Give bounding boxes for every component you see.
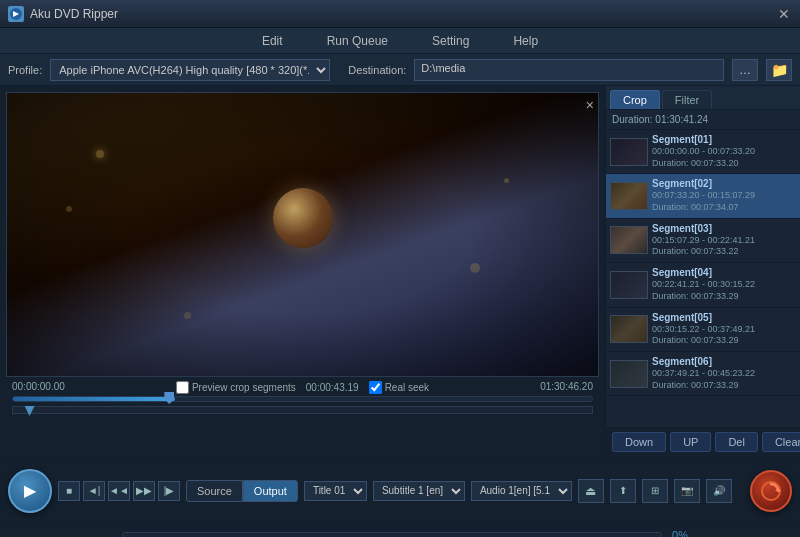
del-button[interactable]: Del <box>715 432 758 452</box>
time-end: 01:30:46.20 <box>540 381 593 394</box>
menu-bar: Edit Run Queue Setting Help <box>0 28 800 54</box>
tab-crop[interactable]: Crop <box>610 90 660 109</box>
duration-label: Duration: 01:30:41.24 <box>606 110 800 130</box>
segment-thumb-5 <box>610 315 648 343</box>
source-output-group: Source Output <box>186 480 298 502</box>
time-row: 00:00:00.00 Preview crop segments 00:00:… <box>12 381 593 394</box>
controls-row: ▶ ■ ◄| ◄◄ ▶▶ |▶ Source Output Title 01 S… <box>0 456 800 524</box>
segment-item-4[interactable]: Segment[04] 00:22:41.21 - 00:30:15.22Dur… <box>606 263 800 307</box>
segments-panel: Crop Filter Duration: 01:30:41.24 Segmen… <box>605 86 800 456</box>
preview-crop-checkbox[interactable]: Preview crop segments <box>176 381 296 394</box>
profile-label: Profile: <box>8 64 42 76</box>
time-start: 00:00:00.00 <box>12 381 65 394</box>
app-icon <box>8 6 24 22</box>
segment-info-5: Segment[05] 00:30:15.22 - 00:37:49.21Dur… <box>652 312 796 347</box>
profile-bar: Profile: Apple iPhone AVC(H264) High qua… <box>0 54 800 86</box>
segment-thumb-6 <box>610 360 648 388</box>
stop-button[interactable]: ■ <box>58 481 80 501</box>
segment-info-2: Segment[02] 00:07:33.20 - 00:15:07.29Dur… <box>652 178 796 213</box>
subtitle-select[interactable]: Subtitle 1 [en] <box>373 481 465 501</box>
segment-times-3: 00:15:07.29 - 00:22:41.21Duration: 00:07… <box>652 235 796 258</box>
source-button[interactable]: Source <box>186 480 243 502</box>
browse-button[interactable]: … <box>732 59 758 81</box>
segment-info-6: Segment[06] 00:37:49.21 - 00:45:23.22Dur… <box>652 356 796 391</box>
tab-filter[interactable]: Filter <box>662 90 712 109</box>
progress-bar-container <box>122 532 662 538</box>
segment-item-3[interactable]: Segment[03] 00:15:07.29 - 00:22:41.21Dur… <box>606 219 800 263</box>
app-title: Aku DVD Ripper <box>30 7 776 21</box>
menu-help[interactable]: Help <box>492 30 559 52</box>
audio-selector: Audio 1[en] [5.1 <box>471 481 572 501</box>
output-button[interactable]: Output <box>243 480 298 502</box>
segment-info-1: Segment[01] 00:00:00.00 - 00:07:33.20Dur… <box>652 134 796 169</box>
segment-thumb-3 <box>610 226 648 254</box>
segment-buttons: Down UP Del Clear <box>606 427 800 456</box>
snapshot-btn[interactable]: ⊞ <box>642 479 668 503</box>
segment-title-2: Segment[02] <box>652 178 796 189</box>
menu-edit[interactable]: Edit <box>241 30 304 52</box>
segments-list: Segment[01] 00:00:00.00 - 00:07:33.20Dur… <box>606 130 800 427</box>
segment-thumb-4 <box>610 271 648 299</box>
video-frame <box>7 93 598 376</box>
progress-text: 0% <box>672 529 688 538</box>
segment-title-5: Segment[05] <box>652 312 796 323</box>
segment-times-4: 00:22:41.21 - 00:30:15.22Duration: 00:07… <box>652 279 796 302</box>
volume-button[interactable]: 🔊 <box>706 479 732 503</box>
bottom-progress: 0% <box>0 524 800 537</box>
realseek-checkbox[interactable]: Real seek <box>369 381 429 394</box>
forward-button[interactable]: ▶▶ <box>133 481 155 501</box>
play-button[interactable]: ▶ <box>8 469 52 513</box>
eject-button[interactable]: ⏏ <box>578 479 604 503</box>
timeline-scrubber[interactable] <box>12 406 593 414</box>
camera-button[interactable]: 📷 <box>674 479 700 503</box>
timeline-progress <box>13 397 175 401</box>
segment-title-4: Segment[04] <box>652 267 796 278</box>
segment-times-5: 00:30:15.22 - 00:37:49.21Duration: 00:07… <box>652 324 796 347</box>
refresh-button[interactable] <box>750 470 792 512</box>
segment-info-3: Segment[03] 00:15:07.29 - 00:22:41.21Dur… <box>652 223 796 258</box>
segment-thumb-2 <box>610 182 648 210</box>
main-content: × 00:00:00.00 <box>0 86 800 456</box>
segment-title-3: Segment[03] <box>652 223 796 234</box>
segment-item-1[interactable]: Segment[01] 00:00:00.00 - 00:07:33.20Dur… <box>606 130 800 174</box>
title-selector: Title 01 <box>304 481 367 501</box>
segment-title-6: Segment[06] <box>652 356 796 367</box>
menu-setting[interactable]: Setting <box>411 30 490 52</box>
segment-times-1: 00:00:00.00 - 00:07:33.20Duration: 00:07… <box>652 146 796 169</box>
segment-thumb-1 <box>610 138 648 166</box>
title-bar: Aku DVD Ripper ✕ <box>0 0 800 28</box>
segment-times-2: 00:07:33.20 - 00:15:07.29Duration: 00:07… <box>652 190 796 213</box>
rewind-button[interactable]: ◄◄ <box>108 481 130 501</box>
up-button[interactable]: UP <box>670 432 711 452</box>
down-button[interactable]: Down <box>612 432 666 452</box>
segment-item-5[interactable]: Segment[05] 00:30:15.22 - 00:37:49.21Dur… <box>606 308 800 352</box>
timeline-handle[interactable] <box>164 392 174 404</box>
transport-controls: ■ ◄| ◄◄ ▶▶ |▶ <box>58 481 180 501</box>
time-mid: 00:00:43.19 <box>306 382 359 393</box>
video-panel: × 00:00:00.00 <box>0 86 605 456</box>
segment-title-1: Segment[01] <box>652 134 796 145</box>
video-container: × <box>6 92 599 377</box>
close-button[interactable]: ✕ <box>776 6 792 22</box>
clear-button[interactable]: Clear <box>762 432 800 452</box>
title-select[interactable]: Title 01 <box>304 481 367 501</box>
prev-button[interactable]: ◄| <box>83 481 105 501</box>
segment-item-2[interactable]: Segment[02] 00:07:33.20 - 00:15:07.29Dur… <box>606 174 800 218</box>
segment-times-6: 00:37:49.21 - 00:45:23.22Duration: 00:07… <box>652 368 796 391</box>
profile-select[interactable]: Apple iPhone AVC(H264) High quality [480… <box>50 59 330 81</box>
upload-button[interactable]: ⬆ <box>610 479 636 503</box>
menu-run-queue[interactable]: Run Queue <box>306 30 409 52</box>
segment-info-4: Segment[04] 00:22:41.21 - 00:30:15.22Dur… <box>652 267 796 302</box>
segment-item-6[interactable]: Segment[06] 00:37:49.21 - 00:45:23.22Dur… <box>606 352 800 396</box>
next-button[interactable]: |▶ <box>158 481 180 501</box>
folder-button[interactable]: 📁 <box>766 59 792 81</box>
destination-path: D:\media <box>414 59 724 81</box>
timeline-area: 00:00:00.00 Preview crop segments 00:00:… <box>6 377 599 416</box>
scrubber-thumb[interactable] <box>25 406 35 416</box>
timeline-bar[interactable] <box>12 396 593 402</box>
subtitle-selector: Subtitle 1 [en] <box>373 481 465 501</box>
destination-label: Destination: <box>348 64 406 76</box>
audio-select[interactable]: Audio 1[en] [5.1 <box>471 481 572 501</box>
crop-filter-tabs: Crop Filter <box>606 86 800 110</box>
video-close-button[interactable]: × <box>586 97 594 113</box>
